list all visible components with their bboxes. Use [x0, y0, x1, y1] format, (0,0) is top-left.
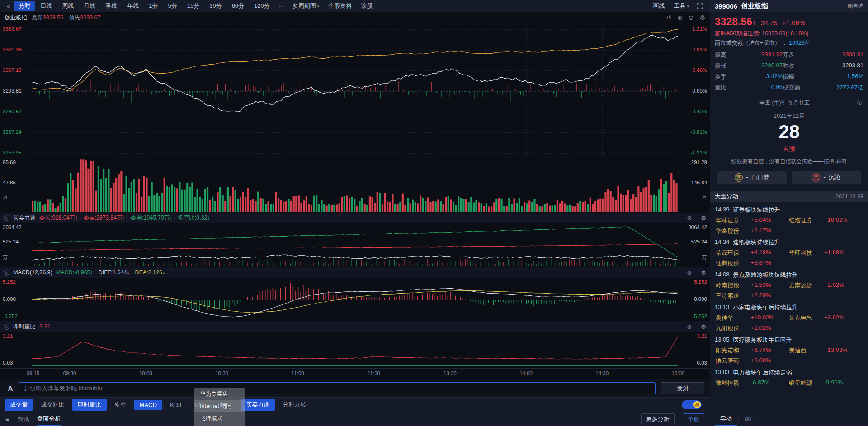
intraday-canvas[interactable] [32, 23, 678, 157]
period-tab-2[interactable]: 周线 [57, 1, 78, 11]
tools-menu[interactable]: 工具▾ [670, 1, 693, 11]
overlay-item[interactable]: 华为专卖店 [194, 388, 245, 400]
period-tab-4[interactable]: 季线 [101, 1, 122, 11]
tab-alerts[interactable]: 异动 [715, 412, 737, 426]
panel-settings-icon[interactable]: ⚙ [701, 215, 706, 221]
period-tab-1[interactable]: 日线 [36, 1, 57, 11]
indicator-tab-8[interactable]: 买卖力道 [241, 399, 275, 411]
stock-name-link[interactable]: 华旺科技 [789, 249, 824, 257]
stock-name-link[interactable]: 皓元医药 [716, 357, 751, 365]
period-tab-7[interactable]: 5分 [163, 1, 181, 11]
tab-order-book[interactable]: 盘口 [739, 412, 761, 426]
collapse-sidebar-icon[interactable]: « [4, 3, 13, 9]
collapse-panel-icon[interactable]: ∨ [4, 215, 9, 221]
volume-canvas[interactable] [32, 157, 678, 213]
stock-button[interactable]: 个股 [683, 413, 704, 425]
stat-label: 换手 [715, 73, 732, 81]
stock-name-link[interactable]: 阳光诺和 [716, 346, 751, 355]
alert-time: 13:03 [715, 369, 730, 377]
axis-label: 万 [702, 195, 708, 200]
draw-line-button[interactable]: 画线 [649, 1, 669, 11]
multi-period-menu[interactable]: 多周期图▾ [288, 1, 324, 11]
stock-name-link[interactable]: 岭南控股 [716, 281, 751, 290]
alert-title[interactable]: 13:05医疗服务板块午后回升 [710, 333, 868, 345]
stock-name-link[interactable]: 银星能源 [789, 379, 824, 387]
chart-settings-icon[interactable]: ⚙ [699, 14, 705, 21]
zoom-out-icon[interactable]: ⊖ [689, 14, 694, 21]
overlay-item[interactable]: Internet 访问 [194, 400, 245, 412]
overlay-item[interactable]: 飞行模式 [194, 412, 245, 425]
danmaku-toggle[interactable]: 弹 [682, 400, 702, 409]
alert-title[interactable]: 13:03电力板块午后持续走弱 [710, 366, 868, 378]
lunar-date-divider: 辛丑 (牛)年 冬月廿五 ⓘ [710, 93, 868, 107]
close-panel-icon[interactable]: ⊗ [687, 323, 692, 330]
indicator-tab-2[interactable]: 即时量比 [72, 399, 107, 411]
divider [716, 103, 756, 103]
fullscreen-icon[interactable] [694, 3, 706, 9]
period-tab-10[interactable]: 60分 [227, 1, 249, 11]
alert-title[interactable]: 14:34造纸板块持续拉升 [710, 236, 868, 248]
more-periods-icon[interactable]: ⋯ [275, 3, 288, 9]
stock-name-link[interactable]: 豫能控股 [716, 379, 751, 387]
alert-title[interactable]: 14:08景点及旅游板块短线拉升 [710, 268, 868, 280]
send-danmaku-button[interactable]: 发射 [661, 382, 704, 394]
indicator-tab-5[interactable]: KDJ [165, 400, 187, 410]
menu-icon[interactable]: ≡ [5, 416, 9, 423]
stock-name-link[interactable]: 仙鹤股份 [716, 259, 751, 267]
period-tab-11[interactable]: 120分 [250, 1, 274, 11]
tab-news[interactable]: 资讯 [17, 412, 29, 426]
stock-info-tab[interactable]: 个股资料 [324, 1, 356, 11]
diagnose-tab[interactable]: 诊股 [357, 1, 377, 11]
macd-canvas[interactable] [32, 278, 678, 321]
volume-chart[interactable]: 95.6947.85万291.29145.64万 [0, 157, 710, 213]
period-tab-3[interactable]: 月线 [79, 1, 100, 11]
indicator-tab-0[interactable]: 成交量 [5, 399, 33, 411]
stock-name-link[interactable]: 莱克电气 [789, 314, 824, 322]
tab-market-analysis[interactable]: 盘面分析 [37, 412, 61, 426]
indicator-tab-9[interactable]: 分时九转 [277, 399, 311, 411]
macd-chart[interactable]: 5.2520.000-5.2525.2520.000-5.252 [0, 278, 710, 321]
indicator-tab-1[interactable]: 成交对比 [35, 399, 70, 411]
remove-watchlist-button[interactable]: 删自选 [847, 2, 863, 10]
indicator-tab-4[interactable]: MACD [134, 400, 162, 410]
period-tab-6[interactable]: 1分 [144, 1, 162, 11]
stock-name-link[interactable]: 华鑫股份 [716, 227, 751, 235]
intraday-chart[interactable]: 3333.671.21%3320.380.81%3307.100.40%3293… [0, 23, 710, 157]
stock-name: 创业板指 [741, 2, 768, 10]
info-icon[interactable]: ⓘ [857, 99, 863, 107]
stock-name-link[interactable]: 红塔证券 [789, 216, 824, 225]
market-outlook: 看涨 [710, 145, 868, 153]
ratio-chart[interactable]: 3.210.033.210.03 [0, 332, 710, 368]
zoom-in-icon[interactable]: ⊕ [677, 14, 683, 21]
force-canvas[interactable] [32, 223, 678, 267]
force-chart[interactable]: 3064.42525.24万3064.42525.24万 [0, 223, 710, 267]
turnover-line: 两市成交额（沪市+深市） ： 10026亿 [710, 38, 868, 48]
period-tab-5[interactable]: 年线 [123, 1, 143, 11]
danmaku-input[interactable] [19, 382, 656, 394]
indicator-tab-3[interactable]: 多空 [109, 399, 132, 411]
close-panel-icon[interactable]: ⊗ [687, 215, 692, 221]
stock-name-link[interactable]: 奥佳华 [716, 314, 751, 322]
panel-settings-icon[interactable]: ⚙ [701, 269, 706, 276]
period-tab-8[interactable]: 15分 [183, 1, 204, 11]
alert-title[interactable]: 14:39证券板块短线拉升 [710, 203, 868, 215]
period-tab-0[interactable]: 分时 [14, 1, 35, 11]
stock-name-link[interactable]: 云南旅游 [789, 281, 824, 290]
alert-title[interactable]: 13:13小家电板块午后持续拉升 [710, 301, 868, 313]
period-tab-9[interactable]: 30分 [205, 1, 226, 11]
stock-name-link[interactable]: 华林证券 [716, 216, 751, 225]
panel-settings-icon[interactable]: ⚙ [701, 323, 706, 330]
stock-name-link[interactable]: 九阳股份 [716, 324, 751, 332]
stock-name-link[interactable]: 三特索道 [716, 292, 751, 300]
font-size-button[interactable]: A [5, 384, 15, 392]
more-analysis-button[interactable]: 更多分析 [641, 413, 675, 425]
app-root: « 分时日线周线月线季线年线1分5分15分30分60分120分 ⋯ 多周期图▾ … [0, 0, 868, 426]
refresh-icon[interactable]: ↺ [666, 14, 671, 21]
close-panel-icon[interactable]: ⊗ [687, 269, 692, 276]
collapse-panel-icon[interactable]: ∨ [4, 324, 9, 330]
stock-name-link[interactable]: 荣晟环保 [716, 249, 751, 257]
stock-name-link[interactable]: 美迪西 [789, 346, 824, 355]
collapse-panel-icon[interactable]: ∨ [4, 270, 9, 276]
ratio-canvas[interactable] [32, 332, 678, 368]
axis-label: 3253.95 [3, 150, 22, 156]
